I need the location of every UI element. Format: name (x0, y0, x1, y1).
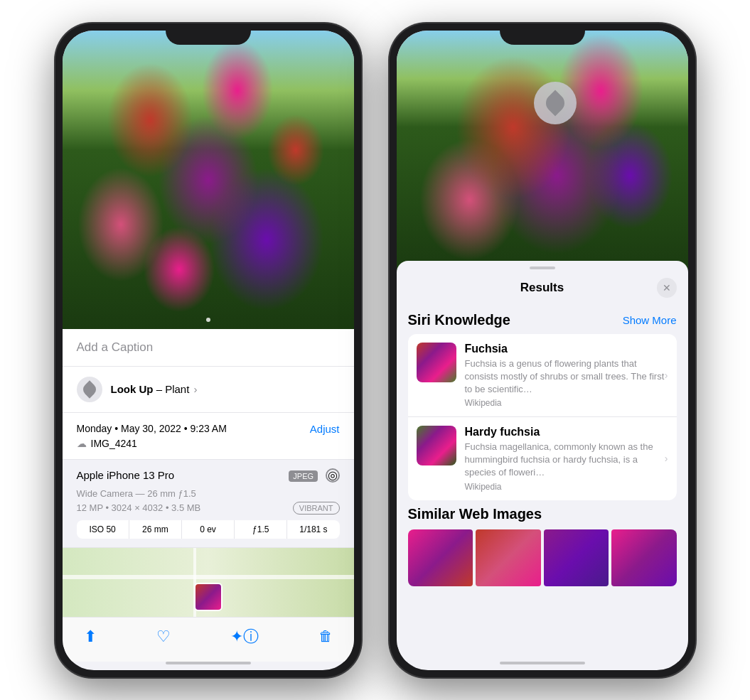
web-image-1[interactable] (408, 529, 473, 586)
caption-area[interactable]: Add a Caption (63, 329, 354, 367)
format-badge: JPEG (289, 470, 318, 482)
heart-icon: ♡ (156, 628, 171, 646)
similar-web-title: Similar Web Images (408, 506, 677, 522)
lookup-row[interactable]: Look Up – Plant › (63, 367, 354, 413)
siri-knowledge-title: Siri Knowledge (408, 312, 510, 328)
fuchsia-description: Fuchsia is a genus of flowering plants t… (465, 357, 668, 397)
fuchsia-source: Wikipedia (465, 398, 668, 408)
exif-ev: 0 ev (182, 520, 235, 539)
device-name: Apple iPhone 13 Pro (77, 469, 175, 481)
right-screen: Results ✕ Siri Knowledge Show More Fuchs… (397, 31, 688, 670)
photo-date: Monday • May 30, 2022 • 9:23 AM (77, 423, 227, 434)
exif-row: ISO 50 26 mm 0 ev ƒ1.5 1/181 s (77, 520, 340, 539)
web-images-grid (408, 529, 677, 586)
share-icon: ⬆ (84, 628, 97, 646)
fuchsia-chevron: › (665, 370, 668, 381)
device-section: Apple iPhone 13 Pro JPEG ◎ Wide Camera —… (63, 460, 354, 548)
siri-leaf-icon (542, 90, 568, 116)
lookup-label: Look Up – Plant › (111, 383, 198, 395)
close-button[interactable]: ✕ (657, 278, 677, 298)
caption-placeholder: Add a Caption (77, 340, 154, 354)
web-image-3[interactable] (544, 529, 609, 586)
filter-badge: VIBRANT (293, 502, 340, 515)
left-phone: Add a Caption Look Up – Plant › Monday •… (55, 23, 361, 677)
resolution-text: 12 MP • 3024 × 4032 • 3.5 MB (77, 502, 201, 513)
siri-knowledge-header: Siri Knowledge Show More (397, 306, 688, 334)
show-more-button[interactable]: Show More (623, 314, 677, 326)
adjust-button[interactable]: Adjust (310, 423, 340, 435)
fuchsia-title: Fuchsia (465, 343, 668, 355)
web-image-2[interactable] (476, 529, 541, 586)
fuchsia-item[interactable]: Fuchsia Fuchsia is a genus of flowering … (408, 334, 677, 418)
siri-badge (77, 377, 102, 402)
lens-icon: ◎ (326, 468, 340, 483)
web-image-4[interactable] (611, 529, 677, 586)
cloud-icon: ☁ (77, 438, 87, 449)
results-title: Results (428, 281, 657, 295)
web-images-section: Similar Web Images (397, 506, 688, 586)
photo-display[interactable] (63, 31, 354, 329)
hardy-description: Fuchsia magellanica, commonly known as t… (465, 441, 668, 480)
meta-section: Monday • May 30, 2022 • 9:23 AM Adjust ☁… (63, 413, 354, 460)
results-header: Results ✕ (397, 272, 688, 306)
knowledge-card: Fuchsia Fuchsia is a genus of flowering … (408, 334, 677, 500)
sparkle-info-icon: ✦ⓘ (230, 626, 259, 647)
exif-iso: ISO 50 (77, 520, 129, 539)
hardy-title: Hardy fuchsia (465, 426, 668, 438)
like-button[interactable]: ♡ (156, 628, 171, 646)
hardy-thumbnail (417, 426, 456, 465)
map-section[interactable] (63, 548, 354, 617)
delete-button[interactable]: 🗑 (318, 628, 333, 645)
info-button[interactable]: ✦ⓘ (230, 626, 259, 647)
page-indicator (206, 318, 210, 322)
hardy-fuchsia-item[interactable]: Hardy fuchsia Fuchsia magellanica, commo… (408, 417, 677, 500)
camera-detail: Wide Camera — 26 mm ƒ1.5 (77, 488, 340, 499)
exif-shutter: 1/181 s (287, 520, 339, 539)
siri-visual-circle (534, 82, 577, 124)
share-button[interactable]: ⬆ (84, 628, 97, 646)
bottom-toolbar: ⬆ ♡ ✦ⓘ 🗑 (63, 617, 354, 662)
right-photo-display[interactable] (397, 31, 688, 272)
fuchsia-thumbnail (417, 343, 456, 382)
left-screen: Add a Caption Look Up – Plant › Monday •… (63, 31, 354, 670)
drag-handle[interactable] (530, 266, 555, 269)
hardy-source: Wikipedia (465, 482, 668, 492)
fuchsia-content: Fuchsia Fuchsia is a genus of flowering … (465, 343, 668, 409)
right-home-indicator (500, 662, 585, 664)
hardy-content: Hardy fuchsia Fuchsia magellanica, commo… (465, 426, 668, 492)
home-indicator (166, 662, 251, 664)
hardy-chevron: › (665, 453, 668, 464)
exif-focal: 26 mm (129, 520, 182, 539)
exif-aperture: ƒ1.5 (235, 520, 287, 539)
results-panel: Results ✕ Siri Knowledge Show More Fuchs… (397, 261, 688, 662)
filename: IMG_4241 (91, 438, 137, 449)
leaf-icon (80, 380, 98, 398)
trash-icon: 🗑 (318, 628, 333, 645)
map-thumbnail (194, 583, 223, 611)
right-phone: Results ✕ Siri Knowledge Show More Fuchs… (390, 23, 695, 677)
